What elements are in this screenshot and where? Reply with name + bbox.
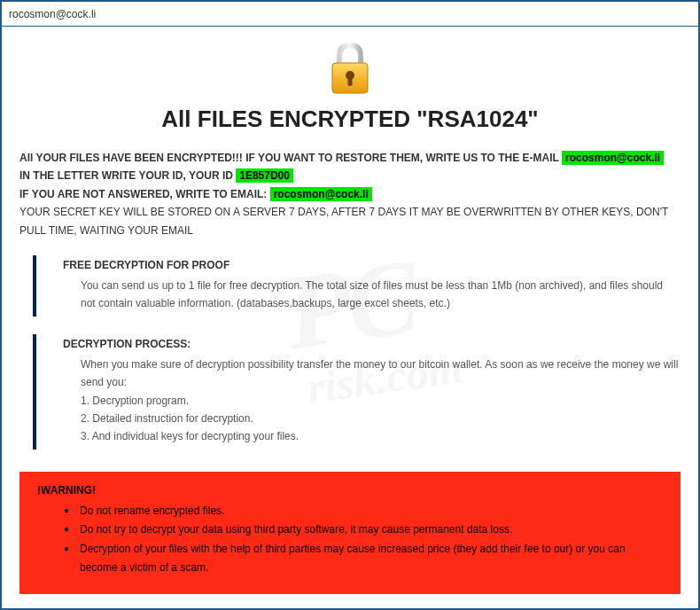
warning-list: Do not rename encrypted files. Do not tr… xyxy=(64,502,663,578)
intro-line1: All YOUR FILES HAVE BEEN ENCRYPTED!!! IF… xyxy=(19,152,562,164)
process-item-3: 3. And individual keys for decrypting yo… xyxy=(81,427,681,445)
warning-item-2: Do not try to decrypt your data using th… xyxy=(64,520,663,540)
proof-section: FREE DECRYPTION FOR PROOF You can send u… xyxy=(33,255,681,317)
window-title: rocosmon@cock.li xyxy=(9,8,96,20)
warning-item-1: Do not rename encrypted files. xyxy=(64,502,663,521)
process-title: DECRYPTION PROCESS: xyxy=(63,338,681,350)
email-highlight-2: rocosmon@cock.li xyxy=(270,187,372,201)
process-item-1: 1. Decryption program. xyxy=(81,392,681,410)
proof-title: FREE DECRYPTION FOR PROOF xyxy=(63,259,681,271)
window-titlebar: rocosmon@cock.li xyxy=(2,2,698,27)
main-heading: All FILES ENCRYPTED "RSA1024" xyxy=(19,106,681,133)
intro-block: All YOUR FILES HAVE BEEN ENCRYPTED!!! IF… xyxy=(19,149,681,239)
intro-line2: IN THE LETTER WRITE YOUR ID, YOUR ID xyxy=(19,169,236,182)
warning-item-3: Decryption of your files with the help o… xyxy=(64,540,663,578)
lock-icon xyxy=(322,40,378,97)
warning-box: !WARNING! Do not rename encrypted files.… xyxy=(19,472,681,594)
email-highlight-1: rocosmon@cock.li xyxy=(562,151,664,165)
intro-line3: IF YOU ARE NOT ANSWERED, WRITE TO EMAIL: xyxy=(19,188,270,200)
proof-body: You can send us up to 1 file for free de… xyxy=(63,277,681,313)
content-area: All FILES ENCRYPTED "RSA1024" All YOUR F… xyxy=(2,27,698,608)
svg-rect-2 xyxy=(348,77,353,86)
id-highlight: 1E857D00 xyxy=(236,168,293,183)
process-item-2: 2. Detailed instruction for decryption. xyxy=(81,410,681,427)
process-section: DECRYPTION PROCESS: When you make sure o… xyxy=(33,334,681,450)
process-intro: When you make sure of decryption possibi… xyxy=(81,356,681,392)
process-body: When you make sure of decryption possibi… xyxy=(63,356,681,446)
warning-title: !WARNING! xyxy=(37,484,663,497)
intro-line4: YOUR SECRET KEY WILL BE STORED ON A SERV… xyxy=(19,206,668,236)
